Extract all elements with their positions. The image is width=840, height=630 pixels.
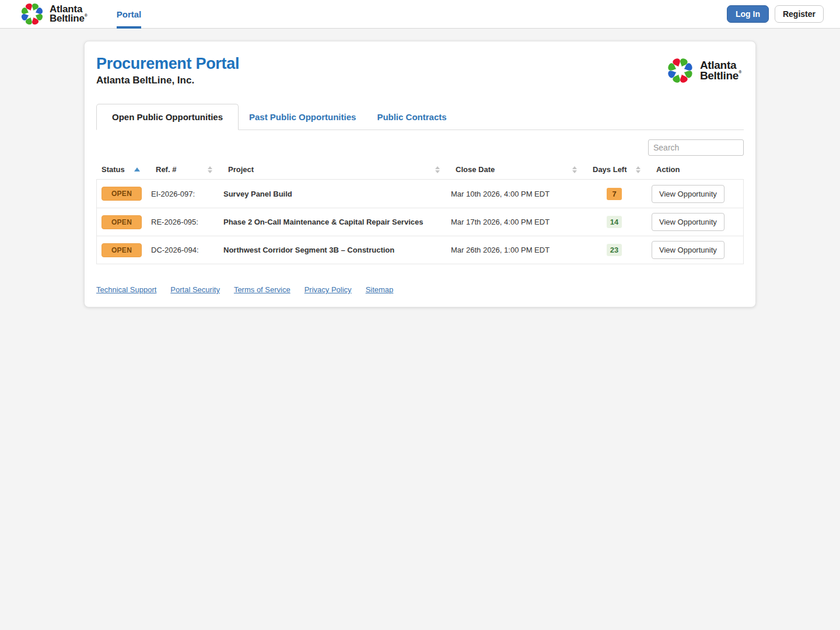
- view-opportunity-button[interactable]: View Opportunity: [652, 241, 724, 259]
- column-header-action: Action: [651, 160, 744, 179]
- sort-ascending-icon: [134, 167, 140, 172]
- footer-link-terms-of-service[interactable]: Terms of Service: [234, 285, 290, 294]
- tab-past-public-opportunities[interactable]: Past Public Opportunities: [239, 104, 366, 130]
- page-subtitle: Atlanta BeltLine, Inc.: [96, 75, 239, 86]
- table-header: Status Ref. # Project Close Date Days Le…: [96, 160, 744, 179]
- page-title: Procurement Portal: [96, 55, 239, 73]
- days-left-badge: 14: [607, 216, 622, 228]
- action-cell: View Opportunity: [652, 241, 743, 259]
- tab-bar: Open Public Opportunities Past Public Op…: [96, 104, 744, 130]
- status-badge: OPEN: [102, 243, 142, 257]
- search-row: [96, 139, 744, 156]
- status-cell: OPEN: [97, 243, 151, 257]
- column-label: Days Left: [593, 165, 627, 174]
- column-header-status[interactable]: Status: [96, 160, 150, 179]
- ref-cell: EI-2026-097:: [151, 190, 223, 198]
- column-header-close-date[interactable]: Close Date: [450, 160, 587, 179]
- card-logo: Atlanta Beltline®: [666, 57, 741, 85]
- view-opportunity-button[interactable]: View Opportunity: [652, 185, 724, 203]
- column-header-days-left[interactable]: Days Left: [587, 160, 651, 179]
- top-navbar: Atlanta Beltline® Portal Log In Register: [0, 0, 840, 29]
- card-footer: Technical Support Portal Security Terms …: [96, 285, 744, 294]
- column-header-ref[interactable]: Ref. #: [150, 160, 223, 179]
- procurement-portal-card: Procurement Portal Atlanta BeltLine, Inc…: [84, 41, 756, 307]
- footer-link-privacy-policy[interactable]: Privacy Policy: [304, 285, 352, 294]
- tab-open-public-opportunities[interactable]: Open Public Opportunities: [96, 104, 239, 130]
- nav-item-portal[interactable]: Portal: [117, 0, 142, 29]
- project-cell: Phase 2 On-Call Maintenance & Capital Re…: [223, 218, 451, 226]
- beltline-logo-icon: [666, 57, 694, 85]
- table-row: OPEN RE-2026-095: Phase 2 On-Call Mainte…: [97, 208, 743, 236]
- beltline-logo-icon: [20, 2, 44, 26]
- view-opportunity-button[interactable]: View Opportunity: [652, 213, 724, 231]
- close-date-cell: Mar 10th 2026, 4:00 PM EDT: [451, 190, 588, 198]
- search-input[interactable]: [648, 139, 744, 156]
- days-left-cell: 14: [588, 216, 652, 228]
- table-row: OPEN EI-2026-097: Survey Panel Build Mar…: [97, 180, 743, 208]
- sort-icon: [572, 166, 577, 173]
- column-header-project[interactable]: Project: [223, 160, 450, 179]
- ref-cell: DC-2026-094:: [151, 246, 223, 254]
- footer-link-sitemap[interactable]: Sitemap: [366, 285, 394, 294]
- column-label: Action: [656, 165, 680, 174]
- card-header-titles: Procurement Portal Atlanta BeltLine, Inc…: [96, 55, 239, 86]
- register-button[interactable]: Register: [775, 5, 824, 23]
- footer-link-portal-security[interactable]: Portal Security: [170, 285, 220, 294]
- action-cell: View Opportunity: [652, 213, 743, 231]
- days-left-cell: 7: [588, 188, 652, 200]
- status-cell: OPEN: [97, 215, 151, 229]
- column-label: Status: [102, 165, 125, 174]
- sort-icon: [435, 166, 440, 173]
- card-logo-text: Atlanta Beltline®: [700, 60, 741, 81]
- column-label: Project: [228, 165, 254, 174]
- sort-icon: [208, 166, 212, 173]
- close-date-cell: Mar 17th 2026, 4:00 PM EDT: [451, 218, 588, 226]
- column-label: Ref. #: [156, 165, 176, 174]
- footer-link-technical-support[interactable]: Technical Support: [96, 285, 156, 294]
- tab-public-contracts[interactable]: Public Contracts: [366, 104, 457, 130]
- column-label: Close Date: [456, 165, 495, 174]
- close-date-cell: Mar 26th 2026, 1:00 PM EDT: [451, 246, 588, 254]
- status-badge: OPEN: [102, 187, 142, 201]
- table-row: OPEN DC-2026-094: Northwest Corridor Seg…: [97, 236, 743, 264]
- navbar-brand: Atlanta Beltline®: [20, 2, 88, 26]
- days-left-badge: 7: [607, 188, 622, 200]
- days-left-badge: 23: [607, 244, 622, 256]
- card-header: Procurement Portal Atlanta BeltLine, Inc…: [96, 55, 744, 86]
- project-cell: Survey Panel Build: [223, 190, 451, 198]
- status-badge: OPEN: [102, 215, 142, 229]
- opportunities-table: OPEN EI-2026-097: Survey Panel Build Mar…: [96, 179, 744, 264]
- project-cell: Northwest Corridor Segment 3B – Construc…: [223, 246, 451, 254]
- status-cell: OPEN: [97, 187, 151, 201]
- sort-icon: [636, 166, 640, 173]
- days-left-cell: 23: [588, 244, 652, 256]
- action-cell: View Opportunity: [652, 185, 743, 203]
- login-button[interactable]: Log In: [727, 5, 769, 23]
- ref-cell: RE-2026-095:: [151, 218, 223, 226]
- navbar-brand-text: Atlanta Beltline®: [50, 5, 88, 23]
